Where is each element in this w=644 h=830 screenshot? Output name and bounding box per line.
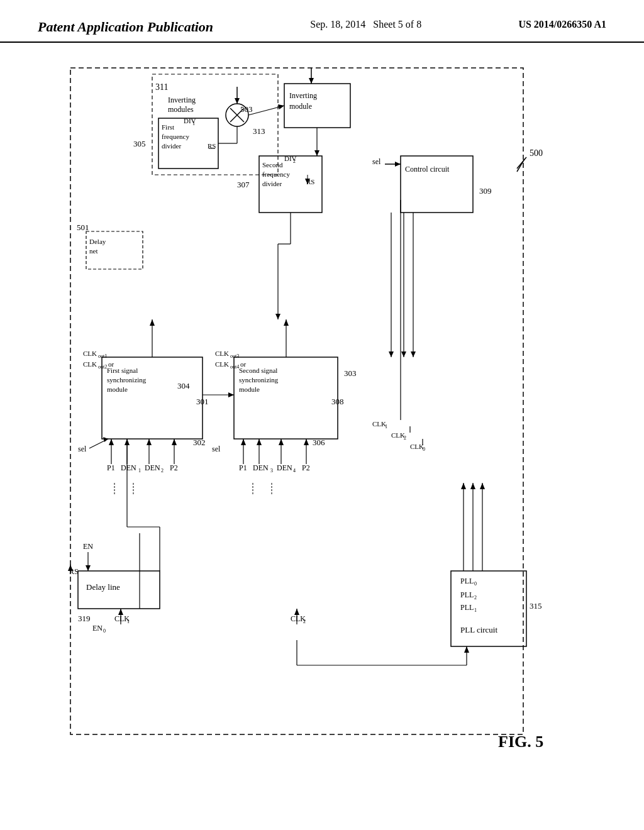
svg-text:out3: out3	[230, 353, 239, 359]
svg-text:PLL: PLL	[460, 577, 474, 585]
svg-text:CLK: CLK	[410, 443, 424, 450]
svg-text:0: 0	[103, 628, 106, 634]
svg-text:1: 1	[138, 468, 141, 473]
diagram-svg: 311 Inverting modules 503 First frequenc…	[52, 55, 592, 772]
svg-text:1: 1	[474, 607, 477, 613]
svg-text:Inverting: Inverting	[289, 91, 317, 100]
svg-text:1: 1	[127, 619, 130, 624]
svg-text:0: 0	[423, 446, 425, 452]
svg-text:PLL circuit: PLL circuit	[460, 625, 497, 634]
svg-text:CLK: CLK	[215, 350, 229, 357]
publication-title: Patent Application Publication	[38, 19, 213, 35]
svg-text:500: 500	[530, 148, 543, 158]
svg-text:Control circuit: Control circuit	[405, 165, 450, 174]
page: Patent Application Publication Sep. 18, …	[0, 0, 644, 830]
svg-text:CLK: CLK	[83, 360, 97, 368]
svg-text:Inverting: Inverting	[168, 96, 196, 104]
svg-text:CLK: CLK	[215, 360, 229, 368]
svg-text:divider: divider	[162, 142, 181, 150]
svg-text:synchronizing: synchronizing	[107, 376, 147, 384]
svg-text:P1: P1	[239, 463, 247, 472]
svg-text:2: 2	[404, 435, 406, 441]
svg-text:306: 306	[313, 438, 325, 447]
svg-text:out2: out2	[98, 364, 107, 370]
fig-label: FIG. 5	[498, 733, 543, 751]
svg-text:out1: out1	[98, 353, 107, 359]
svg-text:out4: out4	[230, 364, 239, 370]
svg-text:or: or	[108, 360, 114, 368]
svg-text:304: 304	[177, 381, 190, 390]
svg-text:CLK: CLK	[372, 420, 386, 428]
svg-text:DEN: DEN	[253, 463, 269, 472]
svg-text:sel: sel	[212, 445, 221, 453]
svg-text:net: net	[89, 247, 97, 255]
circuit-diagram: 311 Inverting modules 503 First frequenc…	[52, 55, 592, 772]
svg-text:Delay line: Delay line	[86, 582, 120, 592]
svg-text:309: 309	[479, 186, 492, 196]
svg-text:Second: Second	[262, 161, 283, 169]
svg-text:CLK: CLK	[83, 350, 97, 357]
svg-text:311: 311	[155, 82, 168, 92]
svg-text:CLK: CLK	[391, 431, 405, 439]
svg-text:P1: P1	[107, 463, 115, 472]
svg-text:319: 319	[78, 614, 91, 623]
svg-text:2: 2	[161, 468, 164, 473]
publication-date-sheet: Sep. 18, 2014 Sheet 5 of 8	[310, 19, 421, 30]
svg-text:0: 0	[474, 581, 477, 587]
svg-text:module: module	[289, 102, 312, 111]
svg-text:module: module	[239, 385, 260, 393]
svg-text:frequency: frequency	[262, 170, 290, 178]
svg-text:3: 3	[270, 468, 273, 473]
svg-text:or: or	[240, 360, 247, 368]
svg-text:501: 501	[77, 223, 89, 232]
svg-text:module: module	[107, 385, 128, 393]
svg-text:Delay: Delay	[89, 238, 106, 245]
svg-text:1: 1	[192, 121, 195, 126]
svg-text:315: 315	[530, 601, 542, 611]
svg-text:305: 305	[133, 139, 146, 148]
svg-text:frequency: frequency	[162, 133, 189, 140]
svg-text:First: First	[162, 123, 174, 131]
svg-text:1: 1	[385, 424, 387, 429]
svg-text:DEN: DEN	[277, 463, 292, 472]
svg-text:2: 2	[293, 158, 296, 164]
svg-text:P2: P2	[170, 463, 178, 472]
svg-text:synchronizing: synchronizing	[239, 376, 279, 384]
svg-text:4: 4	[293, 468, 296, 473]
svg-text:divider: divider	[262, 180, 282, 187]
svg-text:sel: sel	[372, 157, 381, 166]
svg-text:PLL: PLL	[460, 603, 474, 612]
page-header: Patent Application Publication Sep. 18, …	[0, 0, 644, 43]
svg-text:2: 2	[303, 619, 306, 624]
svg-text:2: 2	[474, 595, 477, 600]
svg-text:302: 302	[193, 438, 206, 447]
svg-text:308: 308	[331, 397, 344, 406]
svg-text:P2: P2	[302, 463, 310, 472]
svg-text:EN: EN	[83, 542, 93, 551]
svg-text:313: 313	[253, 126, 265, 136]
svg-text:EN: EN	[92, 624, 103, 633]
svg-text:DEN: DEN	[145, 463, 160, 472]
svg-text:301: 301	[196, 397, 209, 406]
svg-text:modules: modules	[168, 105, 194, 114]
svg-text:303: 303	[344, 368, 357, 378]
svg-text:503: 503	[240, 104, 253, 114]
svg-text:DEN: DEN	[121, 463, 136, 472]
publication-number: US 2014/0266350 A1	[518, 19, 606, 30]
svg-text:PLL: PLL	[460, 590, 474, 599]
svg-text:307: 307	[237, 180, 250, 189]
svg-text:sel: sel	[78, 445, 87, 453]
